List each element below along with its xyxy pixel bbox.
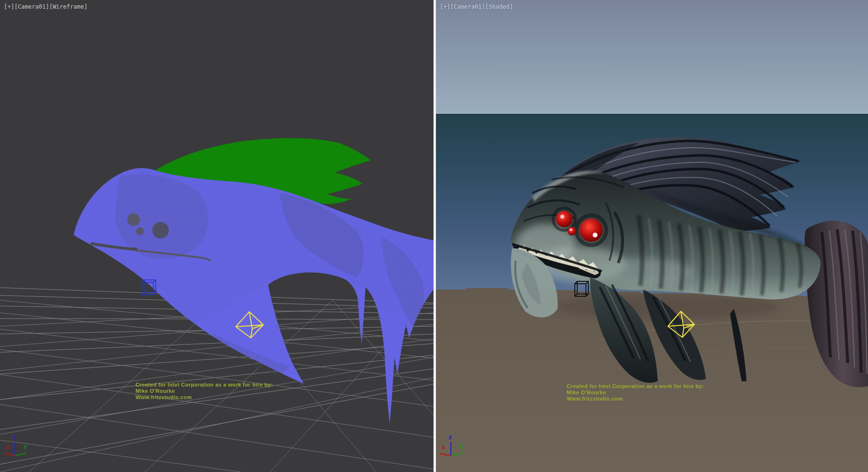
viewport-wireframe[interactable]: [+][Camera01][Wireframe] Created for Int…	[0, 0, 434, 472]
attribution-line: Www.fritzstudio.com	[567, 396, 704, 402]
world-axis-gizmo: x z y	[2, 436, 34, 466]
world-axis-gizmo: x z y	[438, 436, 470, 466]
axis-z-label: z	[13, 434, 16, 440]
axis-lines	[2, 436, 34, 466]
wireframe-eye-small	[136, 227, 144, 235]
axis-x-label: x	[6, 444, 9, 450]
axis-x-label: x	[442, 444, 445, 450]
red-eye-large	[580, 219, 603, 242]
red-eye-medium	[556, 211, 572, 227]
attribution-overlay: Created for Intel Corporation as a work …	[567, 383, 704, 402]
wireframe-eye-medium	[127, 213, 140, 226]
axis-z-label: z	[448, 434, 452, 440]
axis-y-label: y	[460, 444, 463, 449]
viewport-shaded[interactable]: [+][Camera01][Shaded] Created for Intel …	[436, 0, 868, 472]
axis-lines	[438, 436, 470, 466]
attribution-line: Www.fritzstudio.com	[136, 394, 273, 401]
attribution-overlay: Created for Intel Corporation as a work …	[136, 382, 273, 401]
box-helper[interactable]	[142, 280, 156, 295]
dual-viewport-app: [+][Camera01][Wireframe] Created for Int…	[0, 0, 868, 472]
viewport-label-wireframe[interactable]: [+][Camera01][Wireframe]	[4, 3, 87, 10]
red-eye-small	[568, 227, 576, 236]
attribution-line: Mike O'Rourke	[136, 388, 273, 394]
attribution-line: Created for Intel Corporation as a work …	[567, 383, 704, 389]
viewport-label-shaded[interactable]: [+][Camera01][Shaded]	[440, 3, 513, 10]
attribution-line: Mike O'Rourke	[567, 389, 704, 396]
wireframe-scene	[0, 0, 434, 472]
axis-y-label: y	[24, 444, 27, 449]
horizon-line	[436, 114, 868, 115]
sky	[436, 0, 868, 114]
attribution-line: Created for Intel Corporation as a work …	[136, 382, 273, 388]
